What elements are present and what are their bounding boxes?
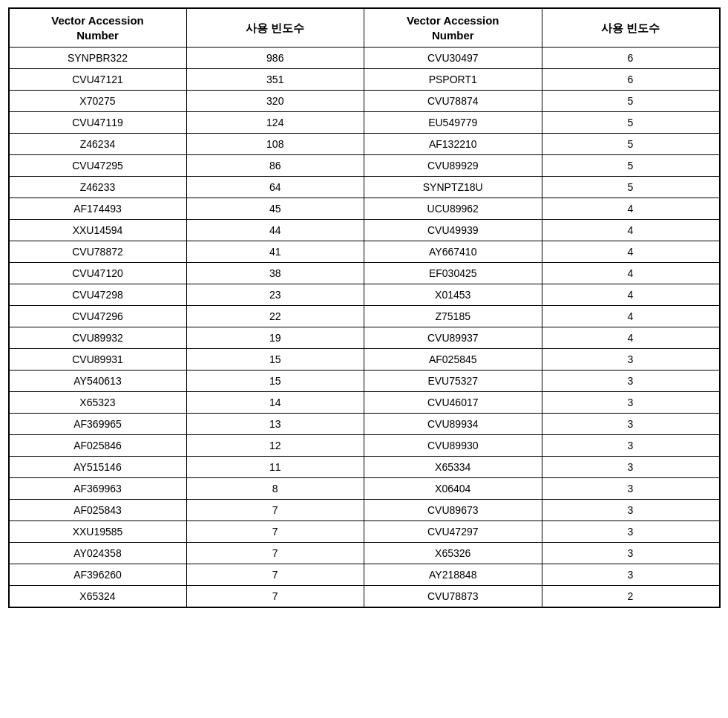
frequency-cell: 3 <box>542 371 720 392</box>
frequency-cell: 12 <box>186 435 364 457</box>
frequency-cell: 108 <box>186 134 364 155</box>
frequency-cell: 2 <box>542 586 720 608</box>
accession-cell: Z46234 <box>9 134 187 155</box>
header-row: Vector AccessionNumber 사용 빈도수 Vector Acc… <box>9 8 720 48</box>
frequency-cell: 5 <box>542 112 720 134</box>
table-row: CVU8993115AF0258453 <box>9 349 720 371</box>
table-row: AF3699638X064043 <box>9 478 720 500</box>
header-accession-1: Vector AccessionNumber <box>9 8 187 48</box>
frequency-cell: 5 <box>542 91 720 112</box>
accession-cell: XXU14594 <box>9 220 187 241</box>
accession-cell: X65324 <box>9 586 187 608</box>
table-row: CVU47121351PSPORT16 <box>9 69 720 91</box>
accession-cell: AF025845 <box>364 349 542 371</box>
table-row: CVU8993219CVU899374 <box>9 327 720 349</box>
table-row: CVU4729586CVU899295 <box>9 155 720 177</box>
accession-cell: CVU47121 <box>9 69 187 91</box>
frequency-cell: 45 <box>186 198 364 220</box>
table-body: SYNPBR322986CVU304976CVU47121351PSPORT16… <box>9 48 720 608</box>
frequency-cell: 19 <box>186 327 364 349</box>
accession-cell: CVU89932 <box>9 327 187 349</box>
accession-cell: CVU89929 <box>364 155 542 177</box>
frequency-cell: 15 <box>186 349 364 371</box>
frequency-cell: 4 <box>542 198 720 220</box>
accession-cell: X70275 <box>9 91 187 112</box>
accession-cell: CVU89673 <box>364 500 542 521</box>
frequency-cell: 3 <box>542 521 720 543</box>
accession-cell: Z75185 <box>364 306 542 327</box>
header-accession-2: Vector AccessionNumber <box>364 8 542 48</box>
table-row: X653247CVU788732 <box>9 586 720 608</box>
frequency-cell: 124 <box>186 112 364 134</box>
accession-cell: AY024358 <box>9 543 187 564</box>
table-row: AF36996513CVU899343 <box>9 414 720 435</box>
frequency-cell: 23 <box>186 284 364 306</box>
accession-cell: EU549779 <box>364 112 542 134</box>
frequency-cell: 5 <box>542 177 720 198</box>
accession-cell: CVU47296 <box>9 306 187 327</box>
header-frequency-2: 사용 빈도수 <box>542 8 720 48</box>
table-row: XXU1459444CVU499394 <box>9 220 720 241</box>
accession-cell: AF025846 <box>9 435 187 457</box>
accession-cell: CVU78873 <box>364 586 542 608</box>
table-row: AY54061315EVU753273 <box>9 371 720 392</box>
accession-cell: PSPORT1 <box>364 69 542 91</box>
table-row: AY51514611X653343 <box>9 457 720 478</box>
accession-cell: AF369963 <box>9 478 187 500</box>
frequency-cell: 4 <box>542 284 720 306</box>
frequency-cell: 7 <box>186 586 364 608</box>
frequency-cell: 14 <box>186 392 364 414</box>
frequency-cell: 6 <box>542 48 720 69</box>
accession-cell: CVU47119 <box>9 112 187 134</box>
table-row: X70275320CVU788745 <box>9 91 720 112</box>
accession-cell: X01453 <box>364 284 542 306</box>
accession-cell: CVU49939 <box>364 220 542 241</box>
table-row: Z46234108AF1322105 <box>9 134 720 155</box>
frequency-cell: 351 <box>186 69 364 91</box>
frequency-cell: 5 <box>542 134 720 155</box>
frequency-cell: 64 <box>186 177 364 198</box>
frequency-cell: 3 <box>542 457 720 478</box>
accession-cell: CVU47297 <box>364 521 542 543</box>
accession-cell: XXU19585 <box>9 521 187 543</box>
frequency-cell: 3 <box>542 500 720 521</box>
accession-cell: SYNPBR322 <box>9 48 187 69</box>
frequency-cell: 86 <box>186 155 364 177</box>
frequency-cell: 7 <box>186 564 364 586</box>
frequency-cell: 6 <box>542 69 720 91</box>
frequency-cell: 3 <box>542 435 720 457</box>
table-row: AY0243587X653263 <box>9 543 720 564</box>
accession-cell: AF396260 <box>9 564 187 586</box>
table-row: XXU195857CVU472973 <box>9 521 720 543</box>
data-table: Vector AccessionNumber 사용 빈도수 Vector Acc… <box>8 7 721 608</box>
accession-cell: AY540613 <box>9 371 187 392</box>
frequency-cell: 3 <box>542 349 720 371</box>
table-row: CVU4712038EF0304254 <box>9 263 720 284</box>
frequency-cell: 320 <box>186 91 364 112</box>
frequency-cell: 7 <box>186 521 364 543</box>
accession-cell: CVU78872 <box>9 241 187 263</box>
accession-cell: AF025843 <box>9 500 187 521</box>
accession-cell: AF369965 <box>9 414 187 435</box>
frequency-cell: 15 <box>186 371 364 392</box>
accession-cell: AY667410 <box>364 241 542 263</box>
table-row: CVU4729823X014534 <box>9 284 720 306</box>
table-row: AF0258437CVU896733 <box>9 500 720 521</box>
accession-cell: CVU46017 <box>364 392 542 414</box>
frequency-cell: 4 <box>542 241 720 263</box>
frequency-cell: 4 <box>542 306 720 327</box>
accession-cell: CVU47295 <box>9 155 187 177</box>
frequency-cell: 11 <box>186 457 364 478</box>
accession-cell: CVU89934 <box>364 414 542 435</box>
accession-cell: X65323 <box>9 392 187 414</box>
frequency-cell: 986 <box>186 48 364 69</box>
accession-cell: Z46233 <box>9 177 187 198</box>
frequency-cell: 3 <box>542 392 720 414</box>
main-container: Vector AccessionNumber 사용 빈도수 Vector Acc… <box>8 7 721 608</box>
frequency-cell: 7 <box>186 543 364 564</box>
frequency-cell: 13 <box>186 414 364 435</box>
accession-cell: AY218848 <box>364 564 542 586</box>
accession-cell: UCU89962 <box>364 198 542 220</box>
frequency-cell: 3 <box>542 564 720 586</box>
accession-cell: CVU89930 <box>364 435 542 457</box>
